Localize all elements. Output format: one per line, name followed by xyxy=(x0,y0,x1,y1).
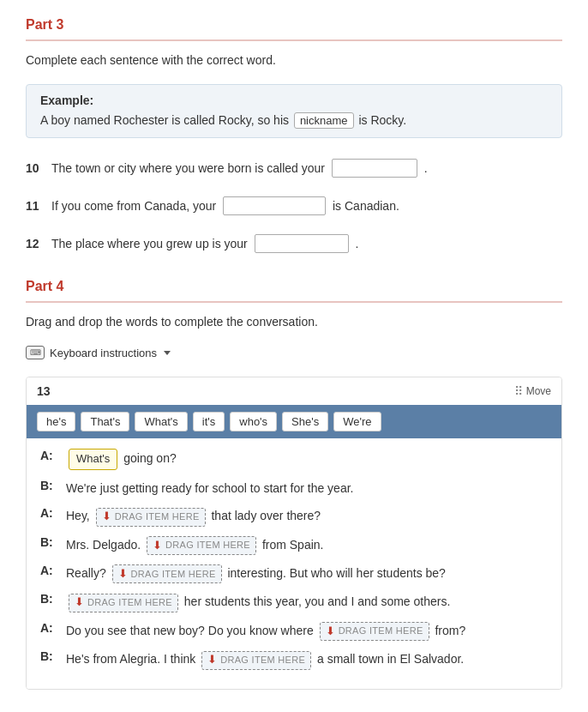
part4-instruction: Drag and drop the words to complete the … xyxy=(26,315,562,329)
part4-title: Part 4 xyxy=(26,279,562,294)
drag-slot-text-a2: DRAG ITEM HERE xyxy=(115,510,200,525)
question-12-text: The place where you grew up is your . xyxy=(51,234,358,253)
conv-row-a1: A: What's going on? xyxy=(40,449,548,470)
word-bank-tag-hes[interactable]: he's xyxy=(37,412,75,431)
drag-slot-icon-a4: ⬇ xyxy=(326,623,335,641)
conv-text-b4: He's from Alegria. I think ⬇ DRAG ITEM H… xyxy=(66,649,548,669)
conv-speaker-a3: A: xyxy=(40,564,61,577)
drag-slot-a2[interactable]: ⬇ DRAG ITEM HERE xyxy=(96,508,206,527)
question-13-container: 13 ⠿ Move he's That's What's it's who's … xyxy=(26,377,562,690)
conv-text-a3: Really? ⬇ DRAG ITEM HERE interesting. Bu… xyxy=(66,564,548,583)
drag-slot-icon-b2: ⬇ xyxy=(153,537,162,555)
question-12-num: 12 xyxy=(26,237,51,250)
drag-slot-b3[interactable]: ⬇ DRAG ITEM HERE xyxy=(69,594,178,612)
question-12: 12 The place where you grew up is your . xyxy=(26,234,562,253)
question-10-num: 10 xyxy=(26,161,51,175)
word-bank-tag-shes[interactable]: She's xyxy=(282,412,328,431)
drag-slot-a4[interactable]: ⬇ DRAG ITEM HERE xyxy=(320,622,429,641)
keyboard-instructions-label: Keyboard instructions xyxy=(50,347,157,359)
conv-row-b4: B: He's from Alegria. I think ⬇ DRAG ITE… xyxy=(40,649,548,669)
drag-slot-icon-b4: ⬇ xyxy=(207,651,217,669)
word-bank-tag-whos[interactable]: who's xyxy=(230,412,277,431)
drag-slot-icon-b3: ⬇ xyxy=(75,594,84,612)
conv-speaker-a1: A: xyxy=(40,449,61,462)
conv-row-a4: A: Do you see that new boy? Do you know … xyxy=(40,621,548,641)
question-10-text: The town or city where you were born is … xyxy=(51,159,428,178)
example-text-before: A boy named Rochester is called Rocky, s… xyxy=(40,113,289,127)
conv-row-b3: B: ⬇ DRAG ITEM HERE her students this ye… xyxy=(40,592,548,612)
drag-slot-icon-a2: ⬇ xyxy=(102,508,111,526)
move-button[interactable]: ⠿ Move xyxy=(514,384,551,398)
word-bank: he's That's What's it's who's She's We'r… xyxy=(27,405,561,438)
drag-slot-text-b3: DRAG ITEM HERE xyxy=(87,595,172,611)
conv-speaker-b3: B: xyxy=(40,592,61,606)
move-label: Move xyxy=(526,385,551,397)
example-text-after: is Rocky. xyxy=(358,113,406,127)
conv-speaker-b4: B: xyxy=(40,649,61,663)
conv-speaker-a2: A: xyxy=(40,506,61,520)
conv-speaker-a4: A: xyxy=(40,621,61,635)
keyboard-instructions[interactable]: ⌨ Keyboard instructions xyxy=(26,346,562,359)
chevron-down-icon xyxy=(164,351,171,355)
question-11-input[interactable] xyxy=(223,196,326,215)
conv-row-a3: A: Really? ⬇ DRAG ITEM HERE interesting.… xyxy=(40,564,548,583)
example-word: nickname xyxy=(294,112,354,129)
conv-text-a2: Hey, ⬇ DRAG ITEM HERE that lady over the… xyxy=(66,506,548,526)
conv-text-b2: Mrs. Delgado. ⬇ DRAG ITEM HERE from Spai… xyxy=(66,535,548,555)
conv-speaker-b1: B: xyxy=(40,479,61,492)
example-label: Example: xyxy=(40,94,548,107)
example-text: A boy named Rochester is called Rocky, s… xyxy=(40,112,548,129)
question-11-num: 11 xyxy=(26,199,51,213)
conv-text-a1: What's going on? xyxy=(66,449,548,470)
part3-instruction: Complete each sentence with the correct … xyxy=(26,53,562,67)
question-13-num: 13 xyxy=(37,384,51,398)
part3-divider xyxy=(26,39,562,41)
question-12-input[interactable] xyxy=(255,234,349,253)
conv-text-b1: We're just getting ready for school to s… xyxy=(66,479,548,498)
drag-slot-text-a4: DRAG ITEM HERE xyxy=(339,624,423,639)
conversation: A: What's going on? B: We're just gettin… xyxy=(27,438,561,689)
keyboard-icon: ⌨ xyxy=(26,346,45,359)
question-11: 11 If you come from Canada, your is Cana… xyxy=(26,196,562,215)
word-bank-tag-were[interactable]: We're xyxy=(333,412,381,431)
question-13-header: 13 ⠿ Move xyxy=(27,377,561,405)
drag-slot-b4[interactable]: ⬇ DRAG ITEM HERE xyxy=(201,651,311,670)
word-bank-tag-thats[interactable]: That's xyxy=(81,412,129,431)
word-bank-tag-whats[interactable]: What's xyxy=(135,412,187,431)
question-10-input[interactable] xyxy=(332,159,417,178)
question-10: 10 The town or city where you were born … xyxy=(26,159,562,178)
filled-whats[interactable]: What's xyxy=(69,449,117,470)
question-11-text: If you come from Canada, your is Canadia… xyxy=(51,196,399,215)
drag-slot-text-b4: DRAG ITEM HERE xyxy=(220,653,305,668)
drag-slot-b2[interactable]: ⬇ DRAG ITEM HERE xyxy=(147,536,256,555)
conv-row-b2: B: Mrs. Delgado. ⬇ DRAG ITEM HERE from S… xyxy=(40,535,548,555)
conv-row-a2: A: Hey, ⬇ DRAG ITEM HERE that lady over … xyxy=(40,506,548,526)
part4-divider xyxy=(26,301,562,303)
example-box: Example: A boy named Rochester is called… xyxy=(26,84,562,138)
conv-text-a4: Do you see that new boy? Do you know whe… xyxy=(66,621,548,641)
part4-section: Part 4 Drag and drop the words to comple… xyxy=(26,279,562,690)
drag-slot-icon-a3: ⬇ xyxy=(118,565,128,583)
conv-text-b3: ⬇ DRAG ITEM HERE her students this year,… xyxy=(66,592,548,612)
conv-row-b1: B: We're just getting ready for school t… xyxy=(40,479,548,498)
conv-speaker-b2: B: xyxy=(40,535,61,549)
word-bank-tag-its[interactable]: it's xyxy=(193,412,225,431)
move-icon: ⠿ xyxy=(514,384,523,398)
drag-slot-text-b2: DRAG ITEM HERE xyxy=(165,538,250,553)
part3-section: Part 3 Complete each sentence with the c… xyxy=(26,17,562,253)
part3-title: Part 3 xyxy=(26,17,562,33)
drag-slot-a3[interactable]: ⬇ DRAG ITEM HERE xyxy=(112,564,222,583)
drag-slot-text-a3: DRAG ITEM HERE xyxy=(131,567,216,582)
